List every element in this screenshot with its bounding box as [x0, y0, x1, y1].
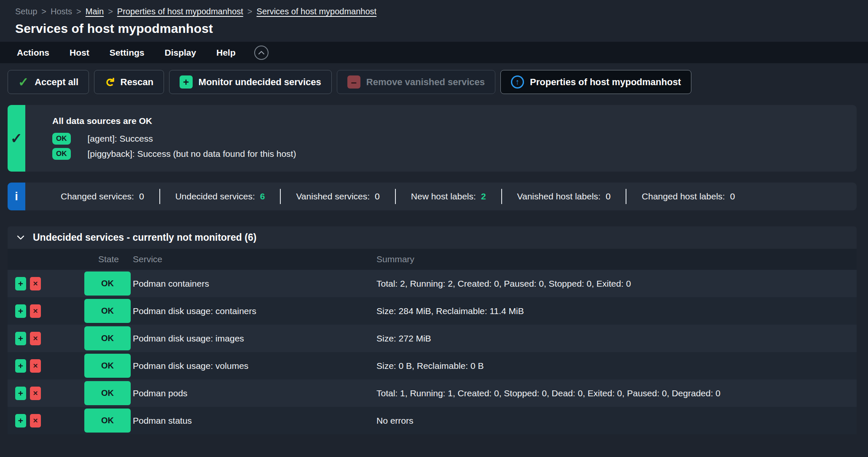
minus-square-icon: – — [347, 75, 360, 89]
summary-changed-services: Changed services: 0 — [46, 191, 159, 202]
page-title: Services of host mypodmanhost — [15, 22, 868, 36]
table-row: + ✕ OK Podman containers Total: 2, Runni… — [8, 270, 857, 297]
service-summary: Size: 284 MiB, Reclaimable: 11.4 MiB — [369, 306, 857, 316]
menubar: Actions Host Settings Display Help — [0, 42, 868, 63]
breadcrumb-separator: > — [108, 7, 113, 16]
breadcrumb-link-host-services[interactable]: Services of host mypodmanhost — [257, 7, 377, 16]
summary-vanished-host-labels: Vanished host labels: 0 — [501, 189, 626, 204]
state-badge: OK — [84, 272, 131, 296]
host-properties-button[interactable]: ↑ Properties of host mypodmanhost — [500, 70, 691, 94]
monitor-undecided-services-button[interactable]: + Monitor undecided services — [169, 70, 332, 94]
datasource-entry: OK [agent]: Success — [52, 133, 857, 145]
new-host-labels-count: 2 — [481, 191, 486, 202]
monitor-service-button[interactable]: + — [15, 332, 26, 345]
accept-all-label: Accept all — [35, 77, 78, 88]
ignore-service-button[interactable]: ✕ — [30, 332, 41, 345]
service-name: Podman disk usage: volumes — [133, 361, 369, 371]
host-properties-label: Properties of host mypodmanhost — [530, 77, 681, 88]
datasource-panel-body: All data sources are OK OK [agent]: Succ… — [25, 105, 857, 172]
changed-host-labels-count: 0 — [730, 191, 735, 202]
arrow-up-circle-icon: ↑ — [511, 75, 524, 89]
monitor-service-button[interactable]: + — [15, 387, 26, 400]
service-name: Podman pods — [133, 388, 369, 398]
monitor-service-button[interactable]: + — [15, 277, 26, 290]
chevron-up-icon — [258, 51, 265, 55]
datasource-entry: OK [piggyback]: Success (but no data fou… — [52, 148, 857, 160]
table-header-state: State — [84, 254, 133, 264]
table-header-service: Service — [133, 254, 369, 264]
status-badge: OK — [52, 148, 71, 160]
service-summary: Total: 2, Running: 2, Created: 0, Paused… — [369, 279, 857, 289]
check-icon: ✓ — [18, 76, 29, 89]
table-header-summary: Summary — [369, 254, 857, 264]
accept-all-button[interactable]: ✓ Accept all — [8, 70, 89, 94]
summary-changed-host-labels: Changed host labels: 0 — [626, 189, 750, 204]
ignore-service-button[interactable]: ✕ — [30, 277, 41, 290]
info-bar: i — [8, 183, 25, 210]
menu-settings[interactable]: Settings — [110, 48, 145, 58]
summary-panel-body: Changed services: 0 Undecided services: … — [25, 183, 857, 210]
ignore-service-button[interactable]: ✕ — [30, 387, 41, 400]
collapse-menubar-button[interactable] — [254, 46, 269, 60]
section-title: Undecided services - currently not monit… — [33, 232, 256, 243]
page-header: Setup > Hosts > Main > Properties of hos… — [0, 0, 868, 36]
datasource-entry-text: [piggyback]: Success (but no data found … — [88, 149, 296, 159]
rescan-label: Rescan — [121, 77, 153, 88]
datasource-panel-title: All data sources are OK — [52, 116, 857, 126]
monitor-undecided-label: Monitor undecided services — [199, 77, 321, 88]
section-titlebar[interactable]: Undecided services - currently not monit… — [8, 226, 857, 249]
monitor-service-button[interactable]: + — [15, 304, 26, 318]
state-badge: OK — [84, 354, 131, 378]
table-row: + ✕ OK Podman disk usage: volumes Size: … — [8, 352, 857, 379]
service-name: Podman disk usage: containers — [133, 306, 369, 316]
service-summary: Size: 0 B, Reclaimable: 0 B — [369, 361, 857, 371]
table-row: + ✕ OK Podman pods Total: 1, Running: 1,… — [8, 379, 857, 407]
service-name: Podman disk usage: images — [133, 333, 369, 344]
breadcrumb-item-hosts: Hosts — [51, 7, 72, 16]
state-badge: OK — [84, 326, 131, 350]
service-summary: No errors — [369, 416, 857, 426]
menu-display[interactable]: Display — [165, 48, 196, 58]
discovery-summary-panel: i Changed services: 0 Undecided services… — [8, 183, 857, 210]
undecided-services-count: 6 — [260, 191, 265, 202]
summary-undecided-services: Undecided services: 6 — [159, 189, 280, 204]
remove-vanished-services-button: – Remove vanished services — [337, 70, 495, 94]
changed-services-count: 0 — [139, 191, 144, 202]
ignore-service-button[interactable]: ✕ — [30, 414, 41, 427]
service-summary: Size: 272 MiB — [369, 333, 857, 344]
chevron-down-icon — [17, 235, 24, 240]
state-badge: OK — [84, 381, 131, 405]
menu-help[interactable]: Help — [216, 48, 236, 58]
table-row: + ✕ OK Podman disk usage: containers Siz… — [8, 297, 857, 325]
table-row: + ✕ OK Podman disk usage: images Size: 2… — [8, 325, 857, 352]
rescan-button[interactable]: ↻ Rescan — [94, 70, 164, 94]
menu-host[interactable]: Host — [70, 48, 89, 58]
info-icon: i — [15, 190, 18, 203]
breadcrumb-separator: > — [247, 7, 253, 16]
status-ok-bar: ✓ — [8, 105, 25, 172]
breadcrumb-link-host-properties[interactable]: Properties of host mypodmanhost — [117, 7, 243, 16]
remove-vanished-label: Remove vanished services — [366, 77, 485, 88]
monitor-service-button[interactable]: + — [15, 414, 26, 427]
breadcrumb: Setup > Hosts > Main > Properties of hos… — [15, 7, 868, 16]
toolbar: ✓ Accept all ↻ Rescan + Monitor undecide… — [8, 70, 857, 94]
breadcrumb-separator: > — [76, 7, 81, 16]
vanished-services-count: 0 — [375, 191, 380, 202]
monitor-service-button[interactable]: + — [15, 359, 26, 373]
breadcrumb-separator: > — [41, 7, 46, 16]
service-name: Podman containers — [133, 279, 369, 289]
ignore-service-button[interactable]: ✕ — [30, 359, 41, 373]
plus-square-icon: + — [180, 75, 193, 89]
datasource-entry-text: [agent]: Success — [88, 134, 153, 144]
checkmark-icon: ✓ — [11, 130, 23, 147]
breadcrumb-link-main[interactable]: Main — [86, 7, 104, 16]
table-header: State Service Summary — [8, 249, 857, 270]
vanished-host-labels-count: 0 — [606, 191, 611, 202]
service-summary: Total: 1, Running: 1, Created: 0, Stoppe… — [369, 388, 857, 398]
summary-new-host-labels: New host labels: 2 — [395, 189, 501, 204]
ignore-service-button[interactable]: ✕ — [30, 304, 41, 318]
menu-actions[interactable]: Actions — [17, 48, 49, 58]
rescan-icon: ↻ — [104, 77, 116, 87]
state-badge: OK — [84, 299, 131, 323]
undecided-services-section: Undecided services - currently not monit… — [8, 226, 857, 434]
